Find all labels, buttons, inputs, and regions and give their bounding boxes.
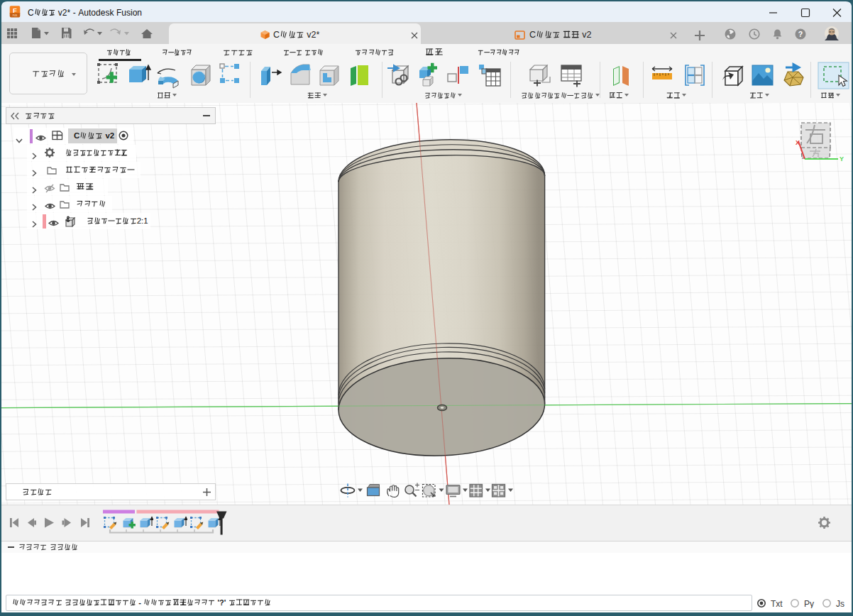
svg-text:X: X: [796, 139, 800, 146]
svg-text:F: F: [13, 6, 17, 14]
svg-text:Txt: Txt: [771, 599, 783, 609]
svg-text:Js: Js: [836, 599, 844, 609]
svg-text:Y: Y: [840, 155, 844, 163]
svg-text:FUS: FUS: [13, 14, 18, 17]
svg-text:?: ?: [798, 30, 803, 38]
svg-text:Py: Py: [804, 599, 814, 609]
